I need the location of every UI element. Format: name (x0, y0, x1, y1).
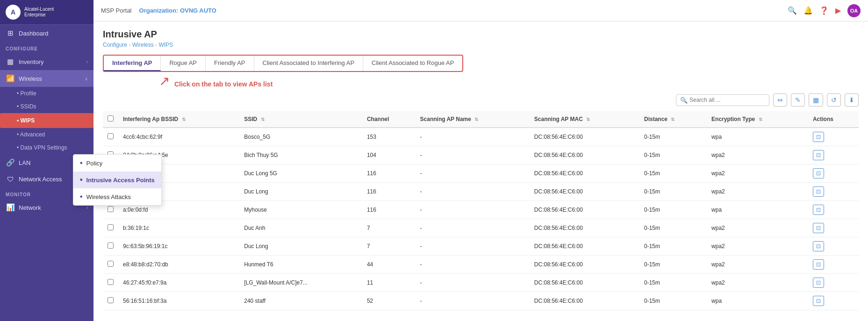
sidebar-item-inventory[interactable]: ▦ Inventory › (0, 53, 93, 70)
breadcrumb-wireless[interactable]: Wireless (132, 42, 154, 48)
help-icon[interactable]: ❓ (819, 6, 829, 15)
tab-rogue[interactable]: Rogue AP (161, 56, 206, 71)
wips-label: • WIPS (17, 117, 35, 124)
cell-channel: 116 (362, 164, 416, 183)
expand-button[interactable]: ⇔ (773, 93, 787, 107)
cell-encryption: wpa2 (707, 164, 808, 183)
row-checkbox[interactable] (108, 297, 114, 303)
cell-ssid: Duc Long (239, 183, 362, 201)
search-icon[interactable]: 🔍 (788, 6, 797, 15)
page-title: Intrusive AP (103, 29, 859, 40)
sidebar-item-dashboard[interactable]: ⊞ Dashboard (0, 25, 93, 42)
video-icon[interactable]: ▶ (835, 6, 841, 15)
annotation-arrow: ↗ (159, 75, 170, 88)
bullet-icon: • (80, 159, 83, 167)
notification-icon[interactable]: 🔔 (803, 6, 813, 15)
action-button[interactable]: ⊡ (813, 168, 824, 178)
action-button[interactable]: ⊡ (813, 205, 824, 215)
data-vpn-label: • Data VPN Settings (17, 144, 67, 151)
select-all-checkbox[interactable] (108, 115, 114, 121)
sidebar-item-label: Inventory (19, 58, 43, 65)
cell-ssid: Myhouse (239, 201, 362, 219)
cell-bssid: 46:27:45:f0:e7:9a (118, 274, 239, 292)
tab-client-interfering[interactable]: Client Associated to Interfering AP (254, 56, 364, 71)
action-button[interactable]: ⊡ (813, 150, 824, 160)
sidebar-sub-item-data-vpn[interactable]: • Data VPN Settings (0, 141, 93, 154)
advanced-label: • Advanced (17, 131, 45, 138)
main-area: MSP Portal Organization: OVNG AUTO 🔍 🔔 ❓… (93, 0, 868, 321)
cell-scanning-name: - (416, 274, 530, 292)
annotation-text: Click on the tab to view APs list (174, 80, 273, 88)
cell-distance: 0-15m (639, 128, 707, 146)
dropdown-item-wireless-attacks[interactable]: • Wireless Attacks (73, 188, 161, 205)
tab-interfering[interactable]: Interfering AP (104, 56, 161, 71)
sidebar-item-wireless[interactable]: 📶 Wireless ∧ (0, 70, 93, 87)
cell-scanning-name: - (416, 146, 530, 164)
network-access-icon: 🛡 (6, 175, 15, 183)
cell-ssid: [LG_Wall-Mount A/C]e7... (239, 274, 362, 292)
col-encryption: Encryption Type ⇅ (707, 111, 808, 128)
avatar[interactable]: OA (847, 4, 861, 17)
cell-distance: 0-15m (639, 201, 707, 219)
cell-encryption: wpa2 (707, 146, 808, 164)
cell-channel: 52 (362, 292, 416, 310)
cell-scanning-mac: DC:08:56:4E:C6:00 (530, 183, 639, 201)
breadcrumb-configure[interactable]: Configure (103, 42, 127, 48)
row-checkbox[interactable] (108, 279, 114, 285)
cell-channel: 44 (362, 256, 416, 274)
cell-scanning-mac: DC:08:56:4E:C6:00 (530, 201, 639, 219)
sidebar-item-label: Dashboard (19, 30, 49, 37)
sidebar-sub-item-ssids[interactable]: • SSIDs (0, 100, 93, 113)
action-button[interactable]: ⊡ (813, 186, 824, 197)
bullet-icon: • (80, 176, 83, 184)
refresh-button[interactable]: ↺ (827, 93, 841, 107)
col-actions: Actions (808, 111, 859, 128)
dropdown-item-intrusive[interactable]: • Intrusive Access Points (73, 171, 161, 188)
row-checkbox[interactable] (108, 133, 114, 139)
row-checkbox[interactable] (108, 261, 114, 267)
sidebar-sub-item-profile[interactable]: • Profile (0, 87, 93, 100)
sidebar-sub-item-wips[interactable]: • WIPS → (0, 113, 93, 128)
cell-distance: 0-15m (639, 256, 707, 274)
row-checkbox[interactable] (108, 243, 114, 249)
sidebar-item-label: Wireless (19, 75, 42, 82)
columns-button[interactable]: ▦ (809, 93, 823, 107)
breadcrumb: Configure - Wireless - WIPS (103, 42, 859, 48)
sidebar-logo: A Alcatel-Lucent Enterprise (0, 0, 93, 25)
portal-label: MSP Portal (101, 7, 132, 14)
cell-scanning-name: - (416, 256, 530, 274)
tab-client-rogue[interactable]: Client Associated to Rogue AP (363, 56, 462, 71)
dashboard-icon: ⊞ (6, 29, 15, 37)
cell-channel: 7 (362, 219, 416, 237)
action-button[interactable]: ⊡ (813, 132, 824, 142)
download-button[interactable]: ⬇ (845, 93, 859, 107)
action-button[interactable]: ⊡ (813, 223, 824, 233)
cell-channel: 153 (362, 128, 416, 146)
network-icon: 📊 (6, 203, 15, 212)
tab-friendly[interactable]: Friendly AP (206, 56, 254, 71)
row-checkbox[interactable] (108, 224, 114, 230)
table-wrapper: Interfering Ap BSSID ⇅ SSID ⇅ Channel Sc… (103, 111, 859, 310)
action-button[interactable]: ⊡ (813, 241, 824, 251)
dropdown-item-policy[interactable]: • Policy (73, 155, 161, 171)
cell-scanning-mac: DC:08:56:4E:C6:00 (530, 274, 639, 292)
cell-scanning-name: - (416, 219, 530, 237)
action-button[interactable]: ⊡ (813, 259, 824, 270)
action-button[interactable]: ⊡ (813, 296, 824, 306)
search-input[interactable] (689, 97, 765, 103)
sidebar-sub-item-advanced[interactable]: • Advanced (0, 128, 93, 141)
select-all-header[interactable] (103, 111, 118, 128)
wireless-icon: 📶 (6, 74, 15, 83)
table-row: 24:0b:2a:86:e4:5e Bich Thuy 5G 104 - DC:… (103, 146, 859, 164)
search-box[interactable]: 🔍 (676, 94, 769, 106)
breadcrumb-wips[interactable]: WIPS (158, 42, 173, 48)
cell-encryption: wpa2 (707, 219, 808, 237)
edit-button[interactable]: ✎ (791, 93, 805, 107)
col-channel: Channel (362, 111, 416, 128)
table-row: b:56:19:1d Duc Long 116 - DC:08:56:4E:C6… (103, 183, 859, 201)
row-checkbox[interactable] (108, 206, 114, 212)
logo-text: Alcatel-Lucent Enterprise (24, 7, 54, 18)
topbar-right: 🔍 🔔 ❓ ▶ OA (788, 4, 861, 17)
action-button[interactable]: ⊡ (813, 278, 824, 288)
cell-ssid: Hunmed T6 (239, 256, 362, 274)
